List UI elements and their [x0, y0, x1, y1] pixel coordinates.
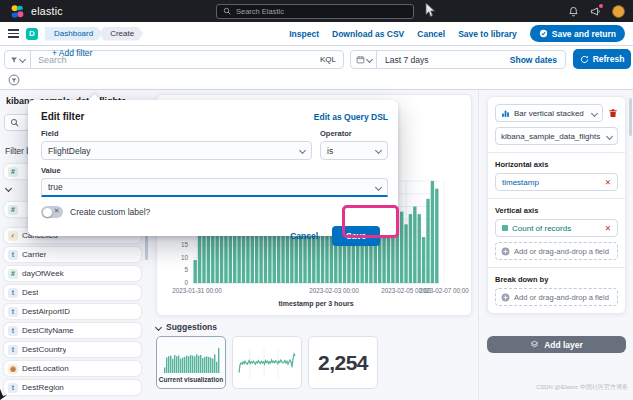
dashboard-app-badge[interactable]: D [26, 28, 38, 40]
layers-icon [530, 340, 539, 349]
delete-layer-trash-icon[interactable] [608, 108, 618, 118]
boolean-field-icon: ◐ [8, 231, 18, 241]
popover-save-button[interactable]: Save [332, 226, 380, 246]
time-range-value: Last 7 days [385, 55, 510, 65]
horizontal-axis-label: Horizontal axis [495, 160, 618, 169]
inspect-link[interactable]: Inspect [289, 29, 319, 39]
add-layer-button[interactable]: Add layer [487, 336, 626, 353]
chevron-down-icon [375, 183, 382, 190]
remove-dimension-icon[interactable]: ✕ [605, 224, 611, 233]
custom-label-toggle[interactable]: ✕ [41, 206, 63, 218]
save-and-return-button[interactable]: Save and return [530, 25, 625, 42]
value-label: Value [41, 166, 388, 175]
watermark-text: CSDN @Elastic 中国社区官方博客 [536, 383, 628, 392]
text-field-icon: t [8, 250, 18, 260]
bar-thumbnail [162, 342, 220, 374]
operator-label: Operator [320, 129, 388, 138]
field-label: Field [41, 129, 312, 138]
data-view-select[interactable]: kibana_sample_data_flights [495, 127, 618, 145]
saved-query-menu-button[interactable] [5, 51, 31, 68]
add-breakdown-field-button[interactable]: Add or drag-and-drop a field [495, 288, 618, 306]
layer-panel: Bar vertical stacked kibana_sample_data_… [487, 96, 626, 314]
custom-label-text: Create custom label? [70, 207, 150, 217]
remove-dimension-icon[interactable]: ✕ [605, 178, 611, 187]
svg-text:5: 5 [184, 266, 188, 273]
suggestions-toggle[interactable]: Suggestions [156, 322, 217, 332]
filters-menu-icon[interactable] [8, 74, 20, 86]
text-field-icon: t [8, 345, 18, 355]
chart-type-select[interactable]: Bar vertical stacked [495, 104, 603, 122]
calendar-icon[interactable] [351, 51, 377, 68]
panel-scrollbar[interactable] [629, 98, 632, 136]
brand-text: elastic [31, 5, 63, 17]
available-fields-toggle[interactable] [6, 186, 11, 191]
suggestions-label: Suggestions [166, 322, 217, 332]
show-dates-link[interactable]: Show dates [510, 55, 557, 65]
field-combobox[interactable]: FlightDelay [41, 141, 312, 160]
date-picker[interactable]: Last 7 days Show dates [350, 50, 566, 69]
refresh-button[interactable]: Refresh [573, 49, 631, 69]
svg-text:0: 0 [184, 279, 188, 286]
field-item-destregion[interactable]: t DestRegion [4, 380, 141, 395]
add-vertical-field-button[interactable]: Add or drag-and-drop a field [495, 242, 618, 260]
plus-in-circle-icon [501, 293, 510, 302]
kql-language-button[interactable]: KQL [320, 55, 336, 64]
search-icon [223, 7, 231, 15]
popover-title: Edit filter [41, 111, 84, 122]
number-field-icon: # [8, 167, 18, 177]
geo-field-icon: ◉ [8, 364, 18, 374]
number-field-icon: # [8, 205, 18, 215]
operator-select[interactable]: is [320, 141, 388, 160]
line-thumbnail [236, 345, 298, 381]
elastic-logo [10, 4, 25, 19]
vertical-axis-label: Vertical axis [495, 206, 618, 215]
layer-config-panel: Bar vertical stacked kibana_sample_data_… [478, 90, 633, 400]
refresh-icon [580, 55, 589, 64]
menu-hamburger-icon[interactable] [8, 29, 19, 38]
metric-value: 2,254 [318, 351, 368, 375]
horizontal-axis-dimension[interactable]: timestamp ✕ [495, 173, 618, 191]
current-visualization-label: Current visualization [159, 376, 223, 383]
alerts-bell-icon[interactable] [568, 6, 579, 17]
chevron-down-icon [299, 147, 306, 154]
newsfeed-icon[interactable] [590, 6, 601, 17]
cancel-link[interactable]: Cancel [417, 29, 445, 39]
suggestion-current[interactable]: Current visualization [156, 336, 226, 389]
global-search-input[interactable]: Search Elastic [216, 4, 414, 19]
field-item-destairportid[interactable]: t DestAirportID [4, 304, 141, 319]
svg-text:10: 10 [181, 254, 189, 261]
field-item-destcountry[interactable]: t DestCountry [4, 342, 141, 357]
suggestion-metric[interactable]: 2,254 [308, 336, 378, 389]
field-item-carrier[interactable]: t Carrier [4, 247, 141, 262]
global-header: elastic Search Elastic [0, 0, 633, 22]
global-search-placeholder: Search Elastic [236, 7, 284, 16]
field-item-destlocation[interactable]: ◉ DestLocation [4, 361, 141, 376]
field-item-dest[interactable]: t Dest [4, 285, 141, 300]
save-to-library-link[interactable]: Save to library [458, 29, 517, 39]
svg-text:2023-02-03 00:00: 2023-02-03 00:00 [309, 287, 359, 294]
user-avatar[interactable] [612, 5, 625, 18]
check-in-circle-icon [539, 29, 548, 38]
chevron-down-icon [375, 147, 382, 154]
svg-text:timestamp per 3 hours: timestamp per 3 hours [278, 300, 353, 308]
query-bar: Search KQL Last 7 days Show dates Refres… [0, 46, 633, 90]
bar-chart-icon [501, 109, 510, 118]
lens-editor-screen: elastic Search Elastic D Dashboard Creat… [0, 0, 633, 400]
text-field-icon: t [8, 326, 18, 336]
save-and-return-label: Save and return [552, 29, 616, 39]
plus-in-circle-icon [501, 247, 510, 256]
notification-dot [599, 4, 603, 8]
breadcrumb-create: Create [99, 27, 143, 41]
svg-text:2023-02-07 00:00: 2023-02-07 00:00 [419, 287, 469, 294]
vertical-axis-dimension[interactable]: Count of records ✕ [495, 219, 618, 237]
series-color-swatch [502, 225, 508, 231]
edit-as-query-dsl-link[interactable]: Edit as Query DSL [314, 112, 388, 122]
breadcrumb-dashboard[interactable]: Dashboard [45, 27, 102, 41]
value-select[interactable]: true [41, 178, 388, 197]
suggestion-line-chart[interactable] [232, 336, 302, 389]
field-item-dayofweek[interactable]: # dayOfWeek [4, 266, 141, 281]
popover-cancel-button[interactable]: Cancel [290, 231, 318, 241]
field-item-destcityname[interactable]: t DestCityName [4, 323, 141, 338]
download-csv-link[interactable]: Download as CSV [332, 29, 404, 39]
add-filter-button[interactable]: + Add filter [52, 48, 92, 58]
